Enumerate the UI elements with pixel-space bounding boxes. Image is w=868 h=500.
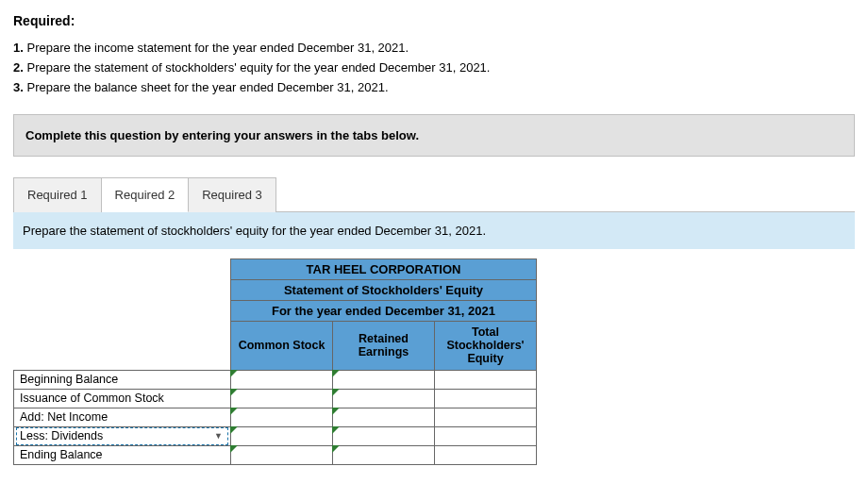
ws-title-1: TAR HEEL CORPORATION	[231, 258, 537, 279]
cell-input[interactable]	[231, 426, 333, 445]
tab-required-1[interactable]: Required 1	[13, 177, 102, 212]
tab-strip: Required 1 Required 2 Required 3	[13, 177, 855, 212]
cell-input[interactable]	[231, 445, 333, 464]
requirements-list: 1. Prepare the income statement for the …	[13, 40, 855, 97]
entry-marker-icon	[332, 370, 340, 377]
required-header: Required:	[13, 13, 855, 28]
row-label[interactable]: Issuance of Common Stock	[14, 389, 231, 408]
tab-required-2[interactable]: Required 2	[102, 177, 190, 212]
entry-marker-icon	[332, 408, 340, 415]
requirement-item: 1. Prepare the income statement for the …	[13, 40, 855, 58]
requirement-item: 3. Prepare the balance sheet for the yea…	[13, 79, 855, 97]
ws-title-3: For the year ended December 31, 2021	[231, 300, 537, 321]
cell-input[interactable]	[333, 389, 435, 408]
cell-input[interactable]	[231, 370, 333, 389]
entry-marker-icon	[230, 445, 238, 453]
cell-input[interactable]	[333, 426, 435, 445]
chevron-down-icon: ▼	[214, 431, 223, 441]
row-label-dropdown[interactable]: Less: Dividends▼	[14, 426, 231, 445]
entry-marker-icon	[332, 389, 340, 396]
row-label-text: Less: Dividends	[20, 429, 103, 442]
ws-title-2: Statement of Stockholders' Equity	[231, 279, 537, 300]
requirement-item: 2. Prepare the statement of stockholders…	[13, 59, 855, 77]
cell-input[interactable]	[435, 445, 537, 464]
cell-input[interactable]	[231, 408, 333, 426]
cell-input[interactable]	[333, 445, 435, 464]
req-text: Prepare the income statement for the yea…	[26, 41, 409, 55]
col-header-retained-earnings: Retained Earnings	[333, 321, 435, 370]
col-header-total-equity: Total Stockholders' Equity	[435, 321, 537, 370]
cell-input[interactable]	[231, 389, 333, 408]
cell-input[interactable]	[333, 408, 435, 426]
cell-input[interactable]	[435, 370, 537, 389]
cell-input[interactable]	[435, 426, 537, 445]
entry-marker-icon	[332, 445, 340, 453]
entry-marker-icon	[230, 389, 238, 396]
row-label[interactable]: Ending Balance	[14, 445, 231, 464]
entry-marker-icon	[230, 408, 238, 415]
tab-panel: Prepare the statement of stockholders' e…	[13, 211, 855, 249]
tab-required-3[interactable]: Required 3	[189, 177, 276, 212]
entry-marker-icon	[230, 370, 238, 377]
row-label[interactable]: Add: Net Income	[14, 408, 231, 426]
col-header-common-stock: Common Stock	[231, 321, 333, 370]
cell-input[interactable]	[435, 389, 537, 408]
worksheet-table: TAR HEEL CORPORATION Statement of Stockh…	[13, 258, 537, 465]
entry-marker-icon	[332, 426, 340, 434]
instruction-bar: Complete this question by entering your …	[13, 114, 855, 157]
req-text: Prepare the balance sheet for the year e…	[26, 80, 388, 94]
req-num: 3.	[13, 80, 24, 94]
req-num: 2.	[13, 60, 24, 75]
cell-input[interactable]	[435, 408, 537, 426]
req-num: 1.	[13, 41, 24, 55]
req-text: Prepare the statement of stockholders' e…	[26, 60, 490, 75]
cell-input[interactable]	[333, 370, 435, 389]
row-label[interactable]: Beginning Balance	[14, 370, 231, 389]
entry-marker-icon	[230, 426, 238, 434]
